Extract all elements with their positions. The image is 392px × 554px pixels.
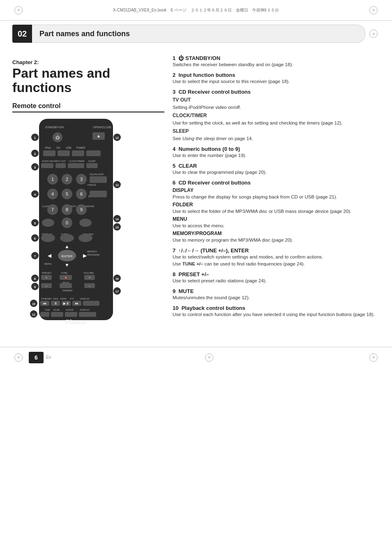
func-desc-2: Use to select the input source to this r… bbox=[173, 78, 380, 85]
chapter-big-title: Part names and functions bbox=[12, 66, 164, 95]
svg-text:8: 8 bbox=[34, 277, 36, 281]
func-extra-7: Use TUNE +/– can be used to find radio f… bbox=[173, 261, 380, 267]
func-sub-tvout-label: TV OUT bbox=[173, 97, 380, 104]
svg-text:2: 2 bbox=[66, 177, 68, 182]
func-item-2: 2 Input function buttons Use to select t… bbox=[173, 72, 380, 85]
svg-text:CLOCK/TIMER: CLOCK/TIMER bbox=[69, 160, 85, 162]
func-sub-tvout-desc: Setting iPod/iPhone video on/off. bbox=[173, 104, 380, 111]
svg-point-49 bbox=[42, 219, 54, 227]
svg-text:17: 17 bbox=[115, 290, 119, 293]
right-column: 1 ⏻ STANDBY/ON Switches the receiver bet… bbox=[173, 51, 380, 335]
func-num-5: 5 bbox=[173, 163, 175, 169]
func-sub-clock-desc: Use for setting the clock, as well as fo… bbox=[173, 120, 380, 126]
svg-text:⏸: ⏸ bbox=[54, 302, 57, 305]
func-num-2: 2 bbox=[173, 72, 175, 78]
svg-text:▶⏸: ▶⏸ bbox=[63, 302, 69, 305]
func-sub-display-label: DISPLAY bbox=[173, 187, 380, 193]
svg-rect-104 bbox=[65, 312, 77, 317]
svg-text:/PROGRAM: /PROGRAM bbox=[87, 254, 99, 256]
func-desc-7: Use to select/switch system settings and… bbox=[173, 254, 380, 260]
svg-rect-31 bbox=[90, 176, 107, 183]
section-remote-title: Remote control bbox=[12, 102, 164, 113]
svg-point-58 bbox=[78, 234, 92, 242]
svg-text:DIMMER: DIMMER bbox=[62, 289, 73, 292]
func-title-6: CD Receiver control buttons bbox=[178, 180, 251, 186]
top-left-mark: ⊕ bbox=[14, 6, 23, 14]
func-desc-8: Use to select preset radio stations (pag… bbox=[173, 277, 380, 284]
svg-text:12: 12 bbox=[115, 136, 119, 139]
func-item-4: 4 Numeric buttons (0 to 9) Use to enter … bbox=[173, 146, 380, 159]
svg-text:Pioneer: Pioneer bbox=[65, 319, 87, 325]
top-bar: ⊕ X-CM31DAB_VXE8_En.book 6 ページ ２０１２年６月２９… bbox=[0, 0, 392, 21]
main-content: Chapter 2: Part names and functions Remo… bbox=[0, 47, 392, 339]
svg-rect-14 bbox=[86, 150, 101, 156]
func-title-7: ↑/↓/←/→ (TUNE +/–), ENTER bbox=[178, 247, 249, 254]
svg-text:▼: ▼ bbox=[65, 262, 69, 268]
svg-text:MENU: MENU bbox=[44, 263, 52, 265]
func-desc-9: Mutes/unmutes the sound (page 12). bbox=[173, 294, 380, 301]
svg-text:+: + bbox=[46, 276, 48, 279]
svg-text:14: 14 bbox=[115, 218, 119, 221]
footer-center-mark: ⊕ bbox=[205, 353, 213, 362]
svg-rect-21 bbox=[68, 163, 84, 168]
svg-text:5: 5 bbox=[34, 222, 36, 225]
chapter-header: 02 Part names and functions ⊕ bbox=[12, 25, 380, 43]
svg-text:STANDBY/ON: STANDBY/ON bbox=[45, 126, 64, 129]
svg-text:0: 0 bbox=[66, 220, 68, 225]
svg-rect-13 bbox=[72, 150, 84, 156]
svg-text:VOLUME: VOLUME bbox=[83, 272, 94, 274]
func-num-7: 7 bbox=[173, 247, 175, 254]
svg-text:⏭: ⏭ bbox=[75, 302, 78, 305]
svg-text:▶: ▶ bbox=[83, 253, 87, 259]
func-title-3: CD Receiver control buttons bbox=[178, 89, 251, 95]
svg-text:◀: ◀ bbox=[48, 253, 52, 259]
func-sub-sleep-label: SLEEP bbox=[173, 128, 380, 135]
func-num-4: 4 bbox=[173, 146, 175, 152]
page-number: 6 bbox=[29, 352, 44, 363]
func-num-3: 3 bbox=[173, 89, 175, 95]
func-sub-memoryprog-desc: Use to memory or program the MP3/WMA dis… bbox=[173, 237, 380, 243]
func-item-7: 7 ↑/↓/←/→ (TUNE +/–), ENTER Use to selec… bbox=[173, 247, 380, 267]
svg-text:DISPLAY: DISPLAY bbox=[80, 298, 90, 300]
svg-text:DAB: DAB bbox=[45, 309, 50, 311]
page-wrapper: ⊕ X-CM31DAB_VXE8_En.book 6 ページ ２０１２年６月２９… bbox=[0, 0, 392, 554]
chapter-title: Part names and functions bbox=[39, 30, 130, 38]
svg-rect-12 bbox=[58, 150, 70, 156]
svg-text:7: 7 bbox=[34, 254, 36, 258]
svg-text:ENTER: ENTER bbox=[61, 254, 72, 258]
svg-text:ST/MONO: ST/MONO bbox=[41, 298, 52, 300]
func-title-9: MUTE bbox=[178, 288, 194, 294]
svg-text:7: 7 bbox=[51, 207, 54, 212]
svg-rect-80 bbox=[60, 283, 72, 288]
svg-text:TUNER: TUNER bbox=[76, 146, 85, 149]
footer-left-mark: ⊕ bbox=[14, 353, 23, 362]
svg-text:🔇: 🔇 bbox=[64, 276, 68, 279]
func-sub-menu-label: MENU bbox=[173, 216, 380, 222]
func-item-1: 1 ⏻ STANDBY/ON Switches the receiver bet… bbox=[173, 55, 380, 68]
svg-text:CD: CD bbox=[56, 146, 60, 149]
svg-text:iPod: iPod bbox=[45, 146, 51, 149]
svg-rect-19 bbox=[41, 163, 53, 168]
svg-text:⏻: ⏻ bbox=[55, 135, 60, 140]
footer-lang: En bbox=[46, 355, 51, 360]
svg-text:5: 5 bbox=[66, 192, 68, 196]
svg-text:11: 11 bbox=[32, 313, 35, 316]
svg-text:P.BASS: P.BASS bbox=[88, 184, 96, 186]
svg-text:13: 13 bbox=[115, 184, 119, 187]
svg-text:10: 10 bbox=[32, 302, 35, 305]
svg-text:–: – bbox=[89, 284, 91, 288]
func-num-10: 10 bbox=[173, 305, 178, 311]
svg-rect-102 bbox=[40, 312, 49, 317]
svg-text:ENTER: ENTER bbox=[66, 309, 74, 311]
func-num-6: 6 bbox=[173, 180, 175, 186]
svg-text:4: 4 bbox=[34, 193, 36, 196]
func-subtitles-6: DISPLAY Press to change the display for … bbox=[173, 187, 380, 243]
func-sub-sleep-desc: See Using the sleep timer on page 14. bbox=[173, 135, 380, 142]
func-num-9: 9 bbox=[173, 288, 175, 294]
svg-text:–: – bbox=[46, 284, 48, 288]
svg-text:15: 15 bbox=[115, 226, 119, 229]
svg-point-57 bbox=[60, 234, 74, 242]
func-sub-menu-desc: Use to access the menu. bbox=[173, 222, 380, 229]
svg-text:9: 9 bbox=[80, 207, 83, 212]
func-title-1: ⏻ STANDBY/ON bbox=[178, 55, 220, 61]
